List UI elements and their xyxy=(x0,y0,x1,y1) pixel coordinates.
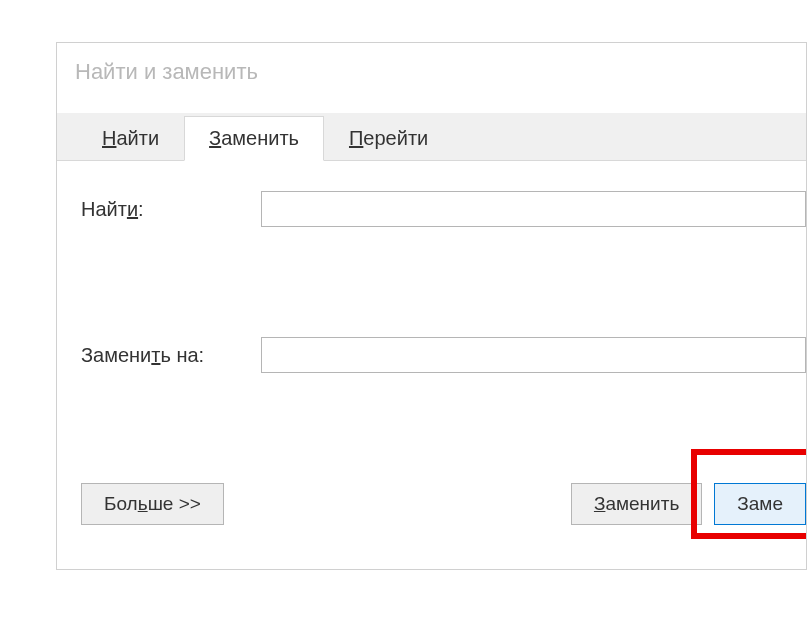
tab-find[interactable]: Найти xyxy=(77,116,184,160)
replace-input[interactable] xyxy=(261,337,806,373)
tab-body: Найти: Заменить на: Больше >> Заменить З… xyxy=(57,161,806,555)
button-row: Больше >> Заменить Заме xyxy=(81,483,806,525)
find-input[interactable] xyxy=(261,191,806,227)
tabs-row: Найти Заменить Перейти xyxy=(57,113,806,161)
find-row: Найти: xyxy=(81,191,806,227)
tab-replace[interactable]: Заменить xyxy=(184,116,324,161)
replace-button[interactable]: Заменить xyxy=(571,483,702,525)
find-replace-dialog: Найти и заменить Найти Заменить Перейти … xyxy=(56,42,807,570)
replace-all-button[interactable]: Заме xyxy=(714,483,806,525)
replace-label: Заменить на: xyxy=(81,344,261,367)
dialog-title: Найти и заменить xyxy=(57,43,806,113)
tab-goto[interactable]: Перейти xyxy=(324,116,453,160)
replace-row: Заменить на: xyxy=(81,337,806,373)
find-label: Найти: xyxy=(81,198,261,221)
more-button[interactable]: Больше >> xyxy=(81,483,224,525)
